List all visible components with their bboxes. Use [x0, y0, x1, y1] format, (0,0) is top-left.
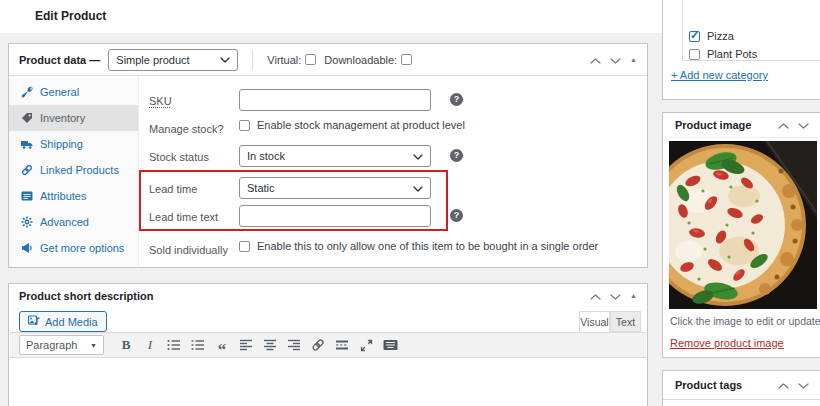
tab-text[interactable]: Text [610, 311, 641, 332]
remove-product-image-link[interactable]: Remove product image [670, 337, 784, 349]
sold-individually-label: Sold individually [149, 244, 228, 256]
help-icon[interactable]: ? [450, 149, 463, 162]
tab-attributes[interactable]: Attributes [9, 183, 138, 209]
tab-label: Linked Products [40, 164, 119, 176]
virtual-label: Virtual: [267, 54, 301, 66]
product-tags-panel: Product tags [662, 370, 820, 406]
lead-time-text-input[interactable] [239, 205, 431, 227]
short-description-editor[interactable] [10, 358, 646, 406]
tab-linked-products[interactable]: Linked Products [9, 157, 138, 183]
move-up-icon[interactable] [778, 379, 789, 391]
truck-icon [21, 138, 33, 150]
megaphone-icon [21, 242, 33, 254]
chevron-down-icon: ▼ [90, 342, 97, 349]
move-down-icon[interactable] [798, 119, 809, 131]
tab-shipping[interactable]: Shipping [9, 131, 138, 157]
stock-status-label: Stock status [149, 151, 209, 163]
lead-time-label: Lead time [149, 183, 197, 195]
product-image[interactable] [669, 141, 817, 309]
tab-label: Inventory [40, 112, 85, 124]
read-more-tag-icon[interactable] [332, 335, 352, 355]
wrench-icon [21, 86, 33, 98]
category-label: Pizza [707, 30, 734, 42]
image-hint-text: Click the image to edit or update [670, 315, 820, 327]
move-down-icon[interactable] [610, 54, 621, 66]
align-left-icon[interactable] [236, 335, 256, 355]
blockquote-icon[interactable]: “ [212, 335, 232, 355]
paragraph-format-value: Paragraph [26, 339, 77, 351]
toolbar-toggle-icon[interactable] [380, 335, 400, 355]
insert-link-icon[interactable] [308, 335, 328, 355]
help-icon[interactable]: ? [450, 93, 463, 106]
move-down-icon[interactable] [610, 290, 621, 302]
gear-icon [21, 216, 33, 228]
tab-get-more-options[interactable]: Get more options [9, 235, 138, 261]
chevron-down-icon [413, 182, 423, 194]
tab-label: Shipping [40, 138, 83, 150]
fullscreen-icon[interactable] [356, 335, 376, 355]
product-data-panel: Product data — Simple product Virtual: D… [8, 43, 648, 268]
product-image-title: Product image [675, 119, 751, 131]
stock-status-select[interactable]: In stock [239, 145, 431, 167]
numbered-list-icon[interactable] [188, 335, 208, 355]
align-right-icon[interactable] [284, 335, 304, 355]
tab-label: Attributes [40, 190, 86, 202]
sku-input[interactable] [239, 89, 431, 111]
tab-label: Advanced [40, 216, 89, 228]
add-media-label: Add Media [45, 316, 98, 328]
lead-time-select[interactable]: Static [239, 177, 431, 199]
move-up-icon[interactable] [590, 54, 601, 66]
help-icon[interactable]: ? [450, 209, 463, 222]
paragraph-format-select[interactable]: Paragraph ▼ [19, 335, 104, 355]
bullet-list-icon[interactable] [164, 335, 184, 355]
add-new-category-link[interactable]: + Add new category [671, 69, 768, 81]
bold-icon[interactable]: B [116, 335, 136, 355]
page-title: Edit Product [35, 9, 106, 23]
tab-general[interactable]: General [9, 79, 138, 105]
category-list-box: Pizza Plant Pots [682, 0, 820, 61]
sku-label: SKU [149, 95, 172, 107]
short-description-header: Product short description ▲ [9, 284, 647, 307]
collapse-toggle-icon[interactable]: ▲ [630, 56, 637, 63]
manage-stock-checkbox[interactable] [239, 120, 250, 131]
downloadable-label: Downloadable: [324, 54, 397, 66]
collapse-toggle-icon[interactable]: ▲ [630, 292, 637, 299]
category-label: Plant Pots [707, 48, 757, 60]
lead-time-text-label: Lead time text [149, 211, 218, 223]
virtual-checkbox[interactable] [305, 54, 316, 65]
short-description-panel: Product short description ▲ Add Media Vi… [8, 283, 648, 406]
manage-stock-label: Manage stock? [149, 123, 224, 135]
add-media-button[interactable]: Add Media [19, 311, 107, 332]
link-icon [21, 164, 33, 176]
category-checkbox-pizza[interactable] [689, 31, 700, 42]
product-categories-panel: Pizza Plant Pots + Add new category [662, 0, 820, 100]
tag-icon [21, 112, 33, 124]
move-up-icon[interactable] [778, 119, 789, 131]
stock-status-value: In stock [247, 150, 285, 162]
tab-inventory[interactable]: Inventory [9, 105, 138, 131]
product-data-title: Product data — [19, 54, 100, 66]
tab-advanced[interactable]: Advanced [9, 209, 138, 235]
list-card-icon [21, 190, 33, 202]
divider [252, 50, 253, 70]
tab-visual[interactable]: Visual [579, 311, 610, 332]
align-center-icon[interactable] [260, 335, 280, 355]
sold-individually-checkbox-label: Enable this to only allow one of this it… [257, 240, 598, 252]
move-down-icon[interactable] [798, 379, 809, 391]
short-description-title: Product short description [19, 290, 153, 302]
product-type-value: Simple product [116, 54, 189, 66]
chevron-down-icon [413, 150, 423, 162]
editor-toolbar: Paragraph ▼ B I “ [10, 332, 646, 358]
product-tags-title: Product tags [675, 379, 742, 391]
category-checkbox-plant-pots[interactable] [689, 49, 700, 60]
product-type-select[interactable]: Simple product [108, 49, 238, 71]
downloadable-checkbox[interactable] [401, 54, 412, 65]
lead-time-value: Static [247, 182, 275, 194]
sold-individually-checkbox[interactable] [239, 241, 250, 252]
tab-label: General [40, 86, 79, 98]
product-data-header: Product data — Simple product Virtual: D… [9, 44, 647, 76]
tab-label: Get more options [40, 242, 124, 254]
manage-stock-checkbox-label: Enable stock management at product level [257, 119, 465, 131]
move-up-icon[interactable] [590, 290, 601, 302]
italic-icon[interactable]: I [140, 335, 160, 355]
